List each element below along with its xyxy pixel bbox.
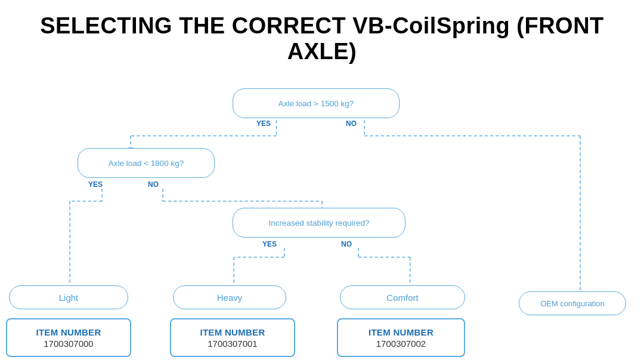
r-oem-label: OEM configuration xyxy=(540,299,605,308)
item2-number: 1700307002 xyxy=(376,339,426,349)
q1-no-label: NO xyxy=(346,119,357,128)
item1-number: 1700307001 xyxy=(208,339,257,349)
q1-yes-label: YES xyxy=(256,119,271,128)
item-box-2: ITEM NUMBER 1700307002 xyxy=(337,318,465,357)
q3-label: Increased stability required? xyxy=(269,219,370,227)
item2-label: ITEM NUMBER xyxy=(369,327,434,337)
q2-label: Axle load < 1800 kg? xyxy=(109,159,184,168)
result-comfort: Comfort xyxy=(340,285,465,309)
q1-label: Axle load > 1500 kg? xyxy=(278,99,354,108)
item1-label: ITEM NUMBER xyxy=(200,327,265,337)
r-comfort-label: Comfort xyxy=(386,293,418,303)
q3-no-label: NO xyxy=(341,240,352,248)
diagram-area: Axle load > 1500 kg? YES NO Axle load < … xyxy=(0,70,644,363)
q2-no-label: NO xyxy=(148,180,159,189)
result-oem: OEM configuration xyxy=(519,291,626,315)
item-box-1: ITEM NUMBER 1700307001 xyxy=(170,318,295,357)
r-light-label: Light xyxy=(59,293,79,303)
main-title: SELECTING THE CORRECT VB-CoilSpring (FRO… xyxy=(0,0,644,70)
question-1: Axle load > 1500 kg? xyxy=(233,88,400,118)
q2-yes-label: YES xyxy=(88,180,103,189)
q3-yes-label: YES xyxy=(262,240,277,248)
item-box-0: ITEM NUMBER 1700307000 xyxy=(6,318,131,357)
question-3: Increased stability required? xyxy=(233,208,405,238)
question-2: Axle load < 1800 kg? xyxy=(78,148,215,178)
result-heavy: Heavy xyxy=(173,285,286,309)
r-heavy-label: Heavy xyxy=(217,293,243,303)
item0-label: ITEM NUMBER xyxy=(36,327,101,337)
item0-number: 1700307000 xyxy=(44,339,93,349)
result-light: Light xyxy=(9,285,128,309)
